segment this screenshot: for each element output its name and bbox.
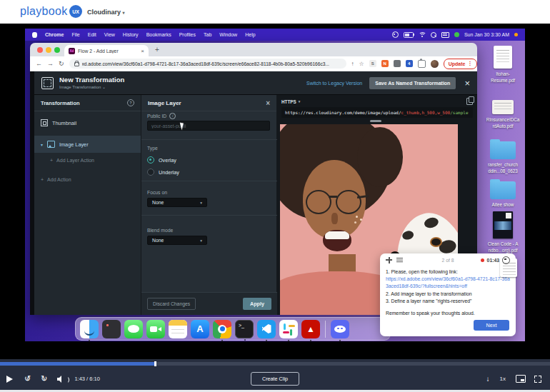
- add-layer-action-button[interactable]: + Add Layer Action: [34, 153, 141, 168]
- download-icon[interactable]: ↓: [486, 375, 490, 383]
- screen-record-icon[interactable]: [392, 31, 399, 38]
- info-icon[interactable]: i: [169, 113, 176, 119]
- focus-on-dropdown[interactable]: None ▾: [147, 198, 207, 207]
- desktop-icon-resume[interactable]: [494, 46, 512, 69]
- browser-tab[interactable]: Xd Flow 2 - Add Layer ×: [64, 45, 149, 56]
- dock-launchpad-icon[interactable]: [102, 320, 121, 338]
- chrome-tab-strip: Xd Flow 2 - Add Layer × +: [30, 43, 477, 56]
- folder-icon: [490, 181, 516, 199]
- menubar-clock[interactable]: Sun Jan 30 3:30 AM: [464, 32, 509, 37]
- extension-blue-icon[interactable]: 4: [406, 60, 413, 67]
- address-bar[interactable]: xd.adobe.com/view/36cf60a1-d798-4721-8c1…: [69, 59, 346, 69]
- picture-in-picture-icon[interactable]: [516, 375, 526, 383]
- dock-acrobat-icon[interactable]: ▲: [301, 320, 320, 338]
- menu-view[interactable]: View: [104, 32, 115, 37]
- sidebar-item-image-layer[interactable]: ▾ Image Layer: [34, 136, 141, 153]
- stop-recording-icon[interactable]: [502, 256, 510, 264]
- forward-5-button[interactable]: ↻5: [41, 375, 47, 383]
- dock-facetime-icon[interactable]: [146, 320, 165, 338]
- menu-tab[interactable]: Tab: [204, 32, 211, 37]
- fullscreen-icon[interactable]: [534, 376, 541, 383]
- desktop-icon-label: RInsuranceIDCa rdAuto.pdf: [477, 117, 529, 129]
- battery-icon[interactable]: [404, 32, 414, 38]
- close-icon[interactable]: ×: [464, 78, 470, 89]
- share-icon[interactable]: ↑: [351, 61, 354, 67]
- dock-chrome-icon[interactable]: [213, 320, 231, 338]
- minimize-window-button[interactable]: [46, 47, 51, 53]
- update-button[interactable]: Update ⋮: [444, 59, 477, 69]
- help-icon[interactable]: ?: [127, 99, 134, 106]
- volume-icon[interactable]: [57, 376, 67, 383]
- menu-bookmarks[interactable]: Bookmarks: [146, 32, 171, 37]
- playback-speed-button[interactable]: 1x: [500, 376, 506, 382]
- copy-icon[interactable]: [466, 98, 473, 105]
- sidebar-item-thumbnail[interactable]: Thumbnail: [34, 114, 141, 131]
- next-button[interactable]: Next: [474, 320, 509, 331]
- close-icon[interactable]: ×: [266, 99, 270, 107]
- apply-button[interactable]: Apply: [243, 298, 271, 310]
- save-named-transformation-button[interactable]: Save As Named Transformation: [369, 77, 456, 89]
- back-icon[interactable]: ←: [36, 60, 42, 67]
- discard-changes-button[interactable]: Discard Changes: [147, 298, 196, 310]
- bookmark-star-icon[interactable]: ☆: [359, 61, 364, 67]
- spotlight-icon[interactable]: [431, 32, 436, 38]
- input-source-icon[interactable]: [441, 32, 449, 38]
- scrollbar-handle[interactable]: [370, 120, 381, 122]
- public-id-label: Public ID i: [147, 113, 176, 119]
- desktop-icon-aitee-folder[interactable]: [490, 181, 516, 199]
- desktop-icon-insurance[interactable]: [492, 100, 514, 114]
- menu-chrome[interactable]: Chrome: [45, 32, 64, 37]
- public-id-input[interactable]: [147, 121, 270, 131]
- extension-gray-icon[interactable]: [394, 60, 401, 67]
- dock-terminal-icon[interactable]: >_: [235, 320, 254, 338]
- menu-profiles[interactable]: Profiles: [179, 32, 196, 37]
- menu-file[interactable]: File: [71, 32, 79, 37]
- dock-discord-icon[interactable]: [331, 320, 349, 338]
- blend-mode-dropdown[interactable]: None ▾: [147, 236, 207, 245]
- dock-vscode-icon[interactable]: [257, 320, 276, 338]
- page-title: New Transformation: [59, 76, 124, 84]
- desktop-icon-label: Clean Code - A ndbo...org).pdf: [477, 241, 529, 253]
- play-button[interactable]: [6, 376, 13, 383]
- extension-orange-icon[interactable]: N: [381, 60, 389, 67]
- dock-messages-icon[interactable]: [124, 320, 143, 338]
- instruction-link[interactable]: https://xd.adobe.com/view/36cf60a1-d798-…: [386, 276, 510, 290]
- forward-icon[interactable]: →: [47, 60, 54, 67]
- menu-history[interactable]: History: [123, 32, 139, 37]
- delivery-url[interactable]: https://res.cloudinary.com/demo/image/up…: [281, 107, 473, 118]
- url-protocol-row: HTTPS ▾: [281, 97, 473, 106]
- status-green-icon[interactable]: [454, 32, 459, 37]
- desktop-icon-transfer-folder[interactable]: [490, 141, 516, 159]
- dock-notes-icon[interactable]: [169, 320, 187, 338]
- overlay-radio[interactable]: Overlay: [147, 156, 176, 164]
- transformation-header: New Transformation Image Transformation …: [34, 71, 477, 95]
- reload-icon[interactable]: ↻: [59, 60, 64, 67]
- radio-selected-icon: [147, 156, 154, 164]
- wifi-icon[interactable]: [419, 32, 426, 38]
- dock-appstore-icon[interactable]: A: [191, 320, 209, 338]
- extension-s-icon[interactable]: S: [369, 60, 376, 67]
- org-selector[interactable]: Cloudinary ▾: [87, 9, 125, 16]
- transformation-type-select[interactable]: Image Transformation ⌄: [59, 84, 124, 89]
- folder-icon: [490, 141, 516, 159]
- dock-finder-icon[interactable]: [80, 320, 99, 338]
- close-window-button[interactable]: [37, 47, 43, 53]
- profile-avatar[interactable]: [431, 60, 439, 68]
- add-action-button[interactable]: + Add Action: [34, 172, 141, 187]
- create-clip-button[interactable]: Create Clip: [251, 372, 299, 386]
- underlay-radio[interactable]: Underlay: [147, 169, 179, 176]
- rewind-5-button[interactable]: ↺5: [24, 375, 31, 383]
- new-tab-button[interactable]: +: [155, 46, 159, 54]
- menu-edit[interactable]: Edit: [88, 32, 96, 37]
- extensions-puzzle-icon[interactable]: [418, 60, 426, 68]
- tab-close-icon[interactable]: ×: [141, 48, 144, 54]
- switch-legacy-link[interactable]: Switch to Legacy Version: [306, 81, 362, 86]
- dock-slack-icon[interactable]: [279, 320, 298, 338]
- apple-menu-icon[interactable]: [32, 32, 37, 38]
- menu-window[interactable]: Window: [219, 32, 237, 37]
- protocol-select[interactable]: HTTPS: [281, 99, 296, 104]
- more-menu-icon[interactable]: ⋮: [467, 61, 472, 66]
- menu-help[interactable]: Help: [245, 32, 255, 37]
- desktop-icon-clean-code[interactable]: [493, 211, 513, 238]
- zoom-window-button[interactable]: [54, 47, 60, 53]
